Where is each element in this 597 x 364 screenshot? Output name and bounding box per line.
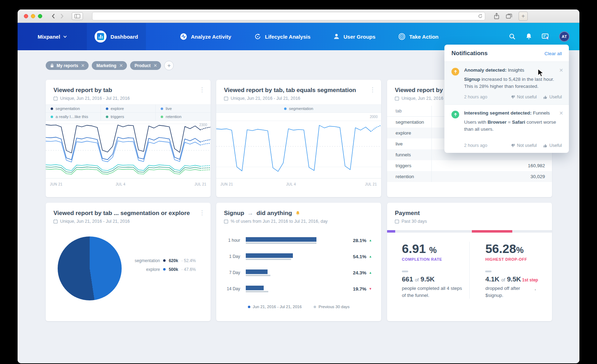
pie-legend: segmentation 620k · 52.4% explore 500k ·… [135,256,196,274]
legend-item[interactable]: segmentation [46,105,101,113]
remove-chip-icon[interactable]: ✕ [119,63,123,68]
remove-chip-icon[interactable]: ✕ [153,63,157,68]
pie-chart [58,236,122,300]
calendar-icon [224,96,228,100]
chart-legend: segmentation [216,104,381,113]
funnel-row: 1 Day 54.1%▲ [225,248,372,265]
search-icon[interactable] [508,33,516,40]
notification-anomaly[interactable]: Anomaly detected: Insights ✕ Signup incr… [444,61,569,104]
reload-icon[interactable] [478,14,483,20]
filter-chips: My reports ✕ Marketing ✕ Product ✕ + [46,61,174,70]
not-useful-button[interactable]: Not useful [511,95,537,99]
card-menu-icon[interactable]: ⋮ [370,87,375,92]
card-date-range: Unique, Jun 21, 2016 - Jul 21, 2016 [60,96,130,101]
legend-item[interactable]: segmentation [216,105,381,113]
workspace-switcher[interactable]: Mixpanel [18,23,87,50]
thumbs-down-icon [511,95,515,99]
nav-item-dashboard[interactable]: Dashboard [87,23,146,50]
notification-body: Signup increased to 5,428 in the last ho… [464,76,561,90]
slice-percent: · 52.4% [181,258,196,263]
arrow-up-circle-icon [451,111,459,118]
nav-item-take-action[interactable]: Take Action [398,33,438,40]
close-icon[interactable]: ✕ [559,67,563,73]
thumbs-up-icon [543,95,548,99]
arrow-up-circle-icon [451,68,459,76]
remove-chip-icon[interactable]: ✕ [81,63,85,68]
notification-segment[interactable]: Interesting segment detected: Funnels ✕ … [444,104,569,153]
card-title: Viewed report by tab ... segmentation or… [53,210,203,217]
browser-window: + Mixpanel Dashboard Analyze Activity [18,9,579,363]
legend-item[interactable]: Jun 21, 2016 - Jul 21, 2016 [248,305,302,309]
address-bar[interactable] [92,12,485,20]
thumbs-up-icon [543,143,548,148]
notifications-title: Notifications [451,50,488,57]
avatar[interactable]: AT [559,31,570,42]
y-axis-label: 2000 [370,115,378,119]
legend-item[interactable]: segmentation 620k · 52.4% [135,256,196,265]
card-pie-segmentation-explore: Viewed report by tab ... segmentation or… [46,203,211,321]
nav-item-label: Dashboard [110,34,138,40]
completion-stats: 6.91 % COMPLETION RATE 661 of 9.5K peopl… [402,242,469,299]
legend-item[interactable]: Previous 30 days [314,305,349,309]
card-menu-icon[interactable]: ⋮ [199,87,205,92]
x-axis: JUN 21 JUL 4 JUL 21 [220,181,377,188]
zoom-window-button[interactable] [38,14,42,18]
completion-segment [387,230,395,233]
funnel-row: 1 hour 28.1%▲ [225,232,372,248]
table-row: retention30,029 [387,171,552,182]
line-chart [46,122,211,178]
notifications-compose-icon[interactable] [541,33,550,40]
user-icon [333,33,340,40]
funnel-legend: Jun 21, 2016 - Jul 21, 2016 Previous 30 … [216,305,381,309]
useful-button[interactable]: Useful [543,95,562,99]
close-icon[interactable]: ✕ [559,110,563,116]
legend-item[interactable]: a really l…like this [46,113,101,121]
card-title: Viewed report by tab, tab equals segment… [224,87,373,94]
bell-icon[interactable] [525,33,532,40]
legend-item[interactable]: explore 500k · 47.6% [135,265,196,274]
brand-label: Mixpanel [38,34,60,40]
y-axis-label: 2300 [199,123,207,127]
calendar-icon [224,219,228,223]
nav-item-analyze-activity[interactable]: Analyze Activity [180,33,231,40]
card-payment: Payment Past 30 days 6.91 % COMPLETION R… [387,203,552,321]
browser-titlebar: + [18,9,579,23]
notifications-panel: Notifications Clear all Anomaly detected… [444,45,569,153]
x-axis: JUN 21 JUL 4 JUL 21 [50,181,206,188]
not-useful-button[interactable]: Not useful [511,143,537,148]
sidebar-toggle-button[interactable] [72,12,83,20]
legend-item[interactable]: explore [101,105,156,113]
share-icon[interactable] [494,13,500,20]
card-viewed-report-by-tab: Viewed report by tab Unique, Jun 21, 201… [46,80,211,197]
add-filter-button[interactable]: + [164,61,174,70]
nav-item-user-groups[interactable]: User Groups [333,33,375,40]
dashboard-logo-icon [95,31,107,43]
notification-time: 2 hours ago [464,143,487,148]
legend-item[interactable]: live [156,105,211,113]
dropoff-stats: 56.28% HIGHEST DROP-OFF 4.1K of 9.5K1st … [469,242,552,299]
filter-chip-product[interactable]: Product ✕ [130,61,161,70]
browser-forward-button[interactable] [60,13,64,19]
tab-overview-icon[interactable] [506,13,512,19]
card-menu-icon[interactable]: ⋮ [199,210,205,215]
clear-all-link[interactable]: Clear all [544,51,562,56]
alert-bell-icon[interactable] [295,210,300,216]
close-window-button[interactable] [24,14,28,18]
useful-button[interactable]: Useful [543,143,562,148]
filter-chip-my-reports[interactable]: My reports ✕ [46,61,89,70]
minimize-window-button[interactable] [31,14,35,18]
legend-item[interactable]: retention [156,113,211,121]
calendar-icon [53,96,58,100]
browser-back-button[interactable] [51,13,55,19]
dropoff-segment [472,230,512,233]
card-date-range: Unique, Jun 21, 2016 - Jul 21, 2016 [231,96,300,101]
filter-chip-marketing[interactable]: Marketing ✕ [92,61,127,70]
calendar-icon [53,219,58,223]
activity-pulse-icon [180,33,187,40]
new-tab-button[interactable]: + [519,12,528,21]
mini-bar-marker [402,271,408,272]
nav-item-lifecycle-analysis[interactable]: Lifecycle Analysis [254,33,311,40]
chevron-down-icon [63,35,67,38]
line-chart [216,114,381,178]
legend-item[interactable]: triggers [101,113,156,121]
